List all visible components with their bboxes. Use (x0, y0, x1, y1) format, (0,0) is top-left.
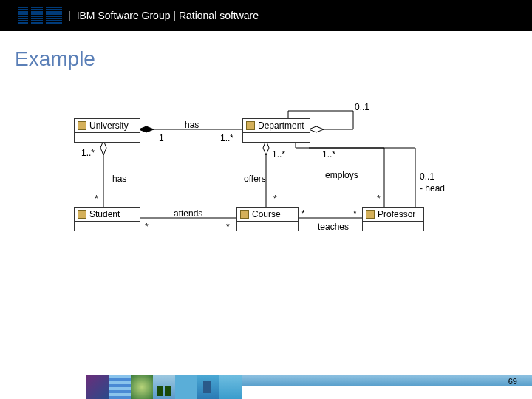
class-course: Course (236, 207, 299, 231)
header-text: IBM Software Group | Rational software (77, 10, 259, 21)
svg-marker-11 (139, 126, 154, 132)
header-bar: | IBM Software Group | Rational software (0, 0, 532, 31)
assoc-offers-name: offers (244, 174, 266, 184)
svg-rect-0 (18, 7, 62, 8)
assoc-has-dept-name: has (185, 120, 199, 130)
svg-rect-3 (18, 13, 62, 15)
assoc-attends-mult-b: * (226, 222, 230, 232)
assoc-offers-mult-b: * (273, 194, 277, 204)
svg-rect-5 (18, 18, 62, 19)
svg-marker-16 (309, 126, 324, 132)
assoc-attends-mult-a: * (145, 222, 149, 232)
svg-marker-13 (100, 140, 106, 155)
ibm-logo (18, 7, 62, 24)
class-department: Department (242, 118, 310, 143)
svg-rect-2 (18, 11, 62, 13)
class-label: University (89, 120, 129, 131)
class-icon (240, 210, 249, 219)
assoc-employs-name: employs (325, 170, 358, 180)
class-icon (246, 121, 255, 130)
assoc-teaches-mult-b: * (353, 208, 357, 219)
assoc-employs-mult-b: * (377, 194, 381, 204)
page-title: Example (15, 47, 95, 71)
footer: 69 (0, 371, 532, 399)
assoc-teaches-name: teaches (318, 222, 349, 232)
class-icon (366, 210, 375, 219)
assoc-dept-head-mult: 0..1 (355, 102, 369, 112)
class-icon (78, 210, 86, 219)
svg-rect-4 (18, 16, 62, 17)
uml-diagram: University Department Student Course Pro… (59, 103, 473, 266)
svg-rect-6 (18, 20, 62, 21)
assoc-employs-head-mult: 0..1 (420, 171, 434, 182)
svg-marker-15 (263, 140, 269, 155)
assoc-employs-mult-a: 1..* (322, 149, 335, 160)
svg-rect-9 (43, 7, 46, 24)
assoc-employs-head-role: - head (420, 183, 445, 194)
svg-rect-8 (28, 7, 31, 24)
header-divider: | (68, 10, 71, 21)
footer-image-strip (86, 375, 242, 399)
class-label: Course (252, 209, 281, 219)
page-number: 69 (508, 377, 517, 386)
assoc-has-student-name: has (112, 174, 126, 184)
class-professor: Professor (362, 207, 424, 231)
assoc-has-dept-mult-a: 1 (159, 133, 164, 143)
class-label: Professor (378, 209, 415, 219)
class-student: Student (74, 207, 140, 231)
assoc-has-student-mult-a: 1..* (81, 148, 95, 158)
assoc-has-student-mult-b: * (95, 194, 98, 204)
assoc-has-dept-mult-b: 1..* (220, 133, 233, 143)
assoc-attends-name: attends (174, 208, 202, 219)
class-label: Student (89, 209, 120, 219)
class-icon (78, 121, 86, 130)
svg-rect-7 (18, 22, 62, 24)
class-university: University (74, 118, 140, 143)
class-label: Department (258, 120, 304, 131)
svg-rect-1 (18, 9, 62, 10)
assoc-teaches-mult-a: * (301, 208, 305, 219)
assoc-offers-mult-a: 1..* (272, 149, 285, 160)
